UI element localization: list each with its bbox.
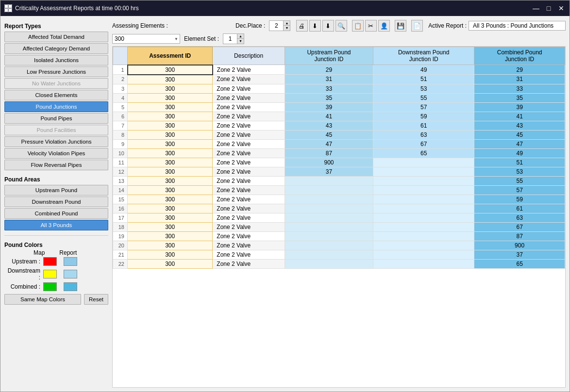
row-number: 8	[113, 130, 128, 139]
cell-upstream	[285, 204, 373, 213]
table-row: 7300Zone 2 Valve436143	[113, 121, 565, 130]
sidebar-btn-velocity-violation-pipes[interactable]: Velocity Violation Pipes	[4, 148, 108, 159]
row-number: 11	[113, 158, 128, 167]
close-button[interactable]: ✕	[557, 4, 566, 13]
element-set-down[interactable]: ▼	[237, 39, 244, 44]
cell-upstream	[285, 259, 373, 268]
sidebar-btn-affected-total-demand[interactable]: Affected Total Demand	[4, 32, 108, 42]
minimize-button[interactable]: —	[532, 4, 540, 13]
cell-assessment-id: 300	[128, 93, 213, 102]
sidebar-btn-isolated-junctions[interactable]: Isolated Junctions	[4, 55, 108, 65]
save-button[interactable]: 💾	[395, 20, 406, 32]
upstream-map-swatch[interactable]	[43, 257, 57, 266]
downstream-map-swatch[interactable]	[43, 270, 57, 278]
dec-place-spinner[interactable]: ▲ ▼	[269, 20, 290, 31]
sidebar-btn-pound-junctions[interactable]: Pound Junctions	[4, 101, 108, 112]
element-set-arrows: ▲ ▼	[237, 34, 244, 44]
sidebar-btn-no-water-junctions[interactable]: No Water Junctions	[4, 78, 108, 89]
sidebar-btn-low-pressure-junctions[interactable]: Low Pressure Junctions	[4, 66, 108, 77]
element-set-up[interactable]: ▲	[237, 34, 244, 39]
table-header-row: Assessment ID Description Upstream Pound…	[113, 47, 565, 65]
cell-assessment-id: 300	[128, 222, 213, 231]
user-button[interactable]: 👤	[378, 20, 390, 32]
header-description[interactable]: Description	[213, 47, 285, 65]
sidebar-btn-all-3-pounds[interactable]: All 3 Pounds	[4, 220, 108, 230]
same-map-colors-button[interactable]: Same Map Colors	[4, 294, 81, 305]
cell-assessment-id: 300	[128, 148, 213, 158]
cell-description: Zone 2 Valve	[213, 130, 285, 139]
cell-downstream: 65	[373, 148, 474, 158]
maximize-button[interactable]: □	[544, 4, 553, 13]
pound-colors-section: Pound Colors Map Report Upstream : Downs…	[4, 235, 108, 305]
search-button[interactable]: 🔍	[335, 20, 347, 32]
cell-description: Zone 2 Valve	[213, 222, 285, 231]
document-button[interactable]: 📄	[411, 20, 423, 32]
cell-assessment-id: 300	[128, 139, 213, 148]
sidebar-btn-upstream-pound[interactable]: Upstream Pound	[4, 185, 108, 196]
cut-button[interactable]: ✂	[365, 20, 377, 32]
cell-combined: 33	[474, 84, 565, 93]
pound-areas-label: Pound Areas	[4, 176, 108, 183]
dec-place-input[interactable]	[269, 22, 283, 30]
export-button[interactable]: ⬇	[309, 20, 321, 32]
cell-combined: 37	[474, 250, 565, 259]
cell-combined: 29	[474, 65, 565, 75]
downstream-color-row: Downstream :	[4, 267, 108, 281]
table-row: 11300Zone 2 Valve90051	[113, 158, 565, 167]
upstream-report-swatch[interactable]	[64, 257, 77, 266]
header-combined[interactable]: Combined PoundJunction ID	[474, 47, 565, 65]
cell-downstream	[373, 241, 474, 250]
sidebar-btn-closed-elements[interactable]: Closed Elements	[4, 90, 108, 100]
element-set-spinner[interactable]: ▲ ▼	[223, 33, 244, 44]
downstream-report-swatch[interactable]	[64, 270, 77, 278]
cell-description: Zone 2 Valve	[213, 167, 285, 176]
row-number: 15	[113, 195, 128, 204]
row-number: 18	[113, 222, 128, 231]
header-downstream[interactable]: Downstream PoundJunction ID	[373, 47, 474, 65]
row-number: 13	[113, 176, 128, 185]
cell-combined: 67	[474, 222, 565, 231]
cell-combined: 47	[474, 139, 565, 148]
header-assessment-id[interactable]: Assessment ID	[128, 47, 213, 65]
cell-combined: 49	[474, 148, 565, 158]
colors-header: Map Report	[4, 249, 108, 256]
sidebar-btn-combined-pound[interactable]: Combined Pound	[4, 208, 108, 219]
sidebar-btn-pound-pipes[interactable]: Pound Pipes	[4, 113, 108, 124]
export2-button[interactable]: ⬇	[322, 20, 334, 32]
cell-downstream	[373, 195, 474, 204]
print-button[interactable]: 🖨	[296, 20, 308, 32]
header-upstream[interactable]: Upstream PoundJunction ID	[285, 47, 373, 65]
element-set-input[interactable]	[223, 35, 237, 43]
table-row: 8300Zone 2 Valve456345	[113, 130, 565, 139]
cell-combined: 31	[474, 75, 565, 84]
dec-place-up[interactable]: ▲	[283, 21, 290, 26]
cell-combined: 61	[474, 204, 565, 213]
combined-report-swatch[interactable]	[64, 282, 77, 291]
copy-button[interactable]: 📋	[352, 20, 364, 32]
assessing-elements-select[interactable]: 300	[112, 34, 180, 44]
sidebar-btn-pound-facilities[interactable]: Pound Facilities	[4, 125, 108, 135]
cell-combined: 55	[474, 176, 565, 185]
cell-downstream	[373, 167, 474, 176]
table-row: 15300Zone 2 Valve59	[113, 195, 565, 204]
reset-button[interactable]: Reset	[84, 294, 108, 305]
cell-downstream	[373, 185, 474, 195]
cell-description: Zone 2 Valve	[213, 65, 285, 75]
sidebar-btn-flow-reversal-pipes[interactable]: Flow Reversal Pipes	[4, 160, 108, 170]
cell-description: Zone 2 Valve	[213, 158, 285, 167]
cell-assessment-id: 300	[128, 158, 213, 167]
sidebar-btn-pressure-violation-junctions[interactable]: Pressure Violation Junctions	[4, 136, 108, 147]
sidebar-btn-affected-category-demand[interactable]: Affected Category Demand	[4, 43, 108, 54]
cell-downstream	[373, 204, 474, 213]
cell-assessment-id: 300	[128, 130, 213, 139]
cell-downstream: 55	[373, 93, 474, 102]
cell-description: Zone 2 Valve	[213, 148, 285, 158]
svg-rect-2	[5, 9, 8, 12]
sidebar-btn-downstream-pound[interactable]: Downstream Pound	[4, 196, 108, 207]
combined-map-swatch[interactable]	[43, 282, 57, 291]
cell-description: Zone 2 Valve	[213, 75, 285, 84]
dec-place-down[interactable]: ▼	[283, 26, 290, 31]
sidebar: Report Types Affected Total Demand Affec…	[0, 16, 112, 392]
cell-upstream: 31	[285, 75, 373, 84]
cell-upstream: 41	[285, 112, 373, 121]
